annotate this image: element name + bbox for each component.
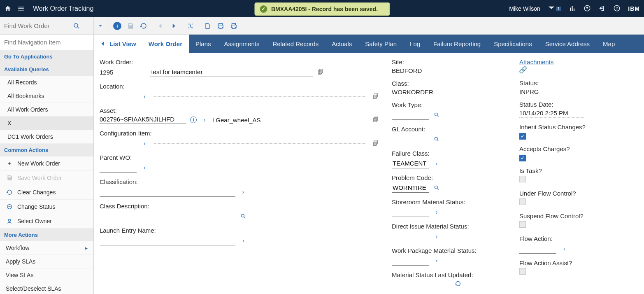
classification-detail-icon[interactable]: ›	[239, 188, 247, 196]
tab-service-address[interactable]: Service Address	[539, 35, 596, 53]
direct-detail-icon[interactable]: ›	[433, 233, 440, 240]
tab-safety-plan[interactable]: Safety Plan	[358, 35, 403, 53]
action-change-status[interactable]: Change Status	[0, 200, 93, 214]
new-record-icon[interactable]: +	[111, 19, 124, 33]
parent-wo-input[interactable]	[100, 163, 137, 173]
gl-search-icon[interactable]	[433, 135, 440, 143]
classdesc-search-icon[interactable]	[239, 212, 247, 220]
config-long-desc-icon[interactable]: 🗐	[372, 140, 379, 147]
query-all-bookmarks[interactable]: All Bookmarks	[0, 89, 93, 103]
action-workflow[interactable]: Workflow▸	[0, 241, 93, 255]
inherit-checkbox[interactable]: ✓	[519, 133, 526, 140]
status-icon	[6, 203, 13, 210]
classdesc-input[interactable]	[100, 211, 235, 221]
svg-point-9	[435, 113, 437, 116]
flowassist-checkbox	[519, 268, 526, 275]
classification-input[interactable]	[100, 187, 235, 197]
parent-detail-icon[interactable]: ›	[141, 164, 148, 171]
tab-map[interactable]: Map	[596, 35, 621, 53]
clear-changes-icon[interactable]	[137, 19, 150, 33]
location-long-desc-icon[interactable]: 🗐	[372, 93, 379, 100]
work-order-desc-input[interactable]	[150, 67, 313, 77]
action-select-deselect-slas[interactable]: Select/Deselect SLAs	[0, 282, 93, 294]
gl-label: GL Account:	[392, 126, 507, 133]
worktype-search-icon[interactable]	[433, 111, 440, 119]
goto-section-head[interactable]: Go To Applications	[0, 50, 93, 63]
problem-search-icon[interactable]	[433, 184, 440, 191]
next-record-icon[interactable]	[167, 19, 180, 33]
tab-assignments[interactable]: Assignments	[218, 35, 266, 53]
tab-actuals[interactable]: Actuals	[325, 35, 358, 53]
tab-failure-reporting[interactable]: Failure Reporting	[427, 35, 487, 53]
tab-specifications[interactable]: Specifications	[487, 35, 539, 53]
action-select-owner[interactable]: Select Owner	[0, 214, 93, 229]
bulletin-icon[interactable]: 1	[548, 6, 562, 12]
flowaction-detail-icon[interactable]: ›	[560, 245, 568, 252]
check-icon: ✓	[260, 5, 267, 13]
storeroom-detail-icon[interactable]: ›	[433, 208, 440, 216]
storeroom-input[interactable]	[392, 207, 429, 217]
user-name[interactable]: Mike Wilson	[509, 5, 540, 12]
save-record-icon[interactable]	[124, 19, 137, 33]
parent-wo-label: Parent WO:	[100, 154, 379, 161]
signout-icon[interactable]	[598, 5, 606, 13]
attachments-link[interactable]: Attachments	[519, 58, 553, 65]
reports-icon[interactable]	[569, 5, 576, 13]
config-detail-icon[interactable]: ›	[141, 140, 148, 147]
list-view-back[interactable]: List View	[94, 35, 142, 53]
route-icon[interactable]	[184, 19, 197, 33]
problem-input[interactable]	[392, 183, 429, 193]
svg-point-1	[586, 7, 588, 9]
long-description-icon[interactable]: 🗐	[317, 68, 324, 76]
tab-related-records[interactable]: Related Records	[266, 35, 325, 53]
query-all-work-orders[interactable]: All Work Orders	[0, 103, 93, 117]
tab-log[interactable]: Log	[403, 35, 427, 53]
info-icon[interactable]: i	[190, 117, 197, 123]
search-icon[interactable]	[70, 19, 83, 33]
location-input[interactable]	[100, 91, 137, 101]
launch-input[interactable]	[100, 236, 235, 245]
accepts-checkbox[interactable]: ✓	[519, 155, 526, 161]
direct-input[interactable]	[392, 231, 429, 241]
action-clear-changes[interactable]: Clear Changes	[0, 185, 93, 200]
failure-detail-icon[interactable]: ›	[433, 160, 440, 167]
config-item-input[interactable]	[100, 138, 137, 148]
svg-text:?: ?	[616, 6, 618, 10]
query-dc1[interactable]: DC1 Work Orders	[0, 130, 93, 144]
suspend-checkbox	[519, 221, 526, 228]
package-detail-icon[interactable]: ›	[433, 257, 440, 264]
print-icon[interactable]	[214, 19, 227, 33]
refresh-icon[interactable]	[454, 280, 462, 287]
quick-search-dropdown[interactable]	[94, 19, 107, 33]
gl-input[interactable]	[392, 134, 429, 144]
menu-icon[interactable]	[17, 5, 25, 12]
tab-work-order[interactable]: Work Order	[142, 35, 189, 53]
asset-code[interactable]: 002796~SFIAAK5NJILHFD	[100, 116, 186, 124]
query-all-records[interactable]: All Records	[0, 76, 93, 89]
asset-long-desc-icon[interactable]: 🗐	[372, 116, 379, 124]
tab-plans[interactable]: Plans	[189, 35, 218, 53]
action-apply-slas[interactable]: Apply SLAs	[0, 255, 93, 268]
flowaction-input[interactable]	[519, 244, 556, 254]
worktype-input[interactable]	[392, 110, 429, 120]
query-x[interactable]: X	[0, 117, 93, 130]
action-new-work-order[interactable]: + New Work Order	[0, 156, 93, 171]
asset-detail-icon[interactable]: ›	[201, 116, 208, 124]
suspend-label: Suspend Flow Control?	[519, 212, 633, 219]
package-input[interactable]	[392, 256, 429, 266]
home-icon[interactable]	[4, 5, 12, 12]
help-icon[interactable]: ?	[613, 5, 621, 13]
action-view-slas[interactable]: View SLAs	[0, 268, 93, 282]
find-work-order-input[interactable]	[0, 22, 70, 29]
attachment-icon[interactable]: 🔗	[519, 66, 527, 73]
svg-point-10	[435, 137, 437, 140]
failure-input[interactable]	[392, 159, 429, 168]
location-detail-icon[interactable]: ›	[141, 93, 148, 100]
previous-record-icon[interactable]	[154, 19, 167, 33]
save-icon	[6, 174, 13, 182]
document-icon[interactable]	[201, 19, 214, 33]
print-attachments-icon[interactable]	[227, 19, 240, 33]
find-navigation-input[interactable]	[0, 35, 93, 50]
launch-detail-icon[interactable]: ›	[239, 237, 247, 244]
profile-icon[interactable]	[584, 5, 591, 13]
